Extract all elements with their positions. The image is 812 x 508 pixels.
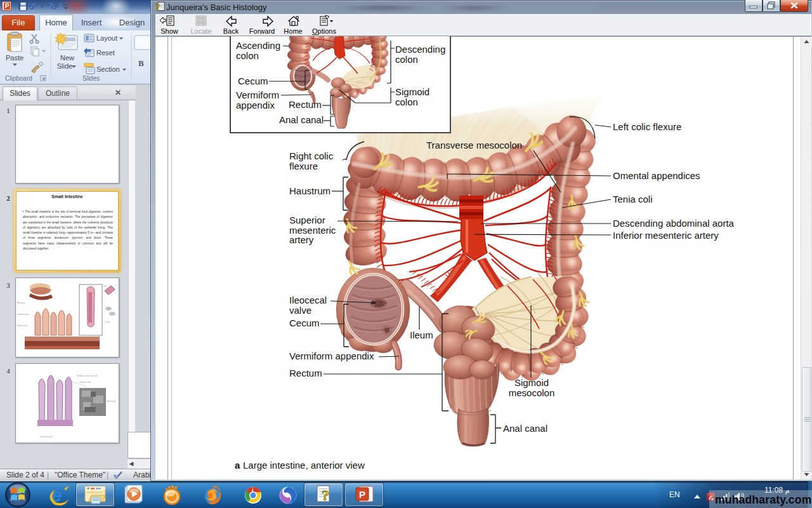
svg-text:colon: colon bbox=[395, 54, 418, 65]
svg-text:Haustrum: Haustrum bbox=[289, 185, 331, 196]
svg-text:mesenteric: mesenteric bbox=[289, 225, 336, 236]
svg-text:appendix: appendix bbox=[236, 100, 275, 110]
svg-text:Descending abdominal aorta: Descending abdominal aorta bbox=[613, 218, 735, 229]
svg-text:Clipboard: Clipboard bbox=[5, 75, 32, 82]
svg-text:artery: artery bbox=[289, 234, 314, 245]
svg-text:Goblet cells: Goblet cells bbox=[79, 381, 91, 384]
svg-text:?: ? bbox=[322, 487, 329, 504]
svg-text:Reset: Reset bbox=[96, 49, 115, 57]
svg-text:Crypt: Crypt bbox=[105, 321, 110, 323]
svg-text:Sigmoid: Sigmoid bbox=[395, 86, 429, 97]
svg-text:Paste: Paste bbox=[6, 54, 23, 62]
svg-text:Layout: Layout bbox=[96, 34, 117, 42]
svg-text:Transverse mesocolon: Transverse mesocolon bbox=[426, 140, 522, 150]
svg-text:Large intestine, anterior view: Large intestine, anterior view bbox=[243, 460, 365, 471]
svg-text:Section: Section bbox=[96, 65, 120, 73]
svg-text:valve: valve bbox=[289, 305, 311, 316]
svg-text:Cecum: Cecum bbox=[238, 76, 268, 86]
svg-text:Anal canal: Anal canal bbox=[503, 423, 547, 434]
svg-text:Ileum: Ileum bbox=[410, 330, 433, 340]
svg-text:New: New bbox=[60, 54, 74, 62]
svg-text:Microvilli: Microvilli bbox=[107, 400, 116, 403]
svg-text:Villi: Villi bbox=[103, 285, 107, 288]
svg-text:Anal canal: Anal canal bbox=[279, 114, 324, 125]
svg-text:Simple columnar cell: Simple columnar cell bbox=[77, 375, 98, 377]
svg-text:Mucosa: Mucosa bbox=[17, 302, 25, 304]
svg-text:Vermiform: Vermiform bbox=[236, 90, 279, 100]
svg-text:P: P bbox=[359, 489, 365, 500]
svg-text:?: ? bbox=[155, 2, 160, 12]
svg-text:colon: colon bbox=[236, 50, 259, 61]
svg-text:Vermiform appendix: Vermiform appendix bbox=[289, 351, 374, 361]
svg-text:Omental appendices: Omental appendices bbox=[613, 170, 700, 181]
svg-text:mesocolon: mesocolon bbox=[509, 387, 555, 398]
svg-text:Submucosa: Submucosa bbox=[17, 313, 29, 316]
svg-text:Cecum: Cecum bbox=[289, 318, 320, 328]
svg-text:Slides: Slides bbox=[82, 75, 100, 82]
svg-text:Slide: Slide bbox=[57, 62, 72, 70]
svg-text:Intestinal villi: Intestinal villi bbox=[40, 436, 53, 438]
svg-text:Rectum: Rectum bbox=[289, 368, 322, 378]
svg-text:Left colic flexure: Left colic flexure bbox=[613, 121, 681, 132]
svg-text:a: a bbox=[235, 460, 240, 471]
svg-text:Superior: Superior bbox=[289, 215, 325, 225]
svg-text:Descending: Descending bbox=[395, 44, 445, 55]
svg-text:Rectum: Rectum bbox=[289, 99, 322, 110]
svg-text:Sigmoid: Sigmoid bbox=[514, 377, 549, 388]
svg-text:Right colic: Right colic bbox=[289, 150, 334, 161]
svg-text:B: B bbox=[138, 58, 144, 68]
svg-text:Ileocecal: Ileocecal bbox=[289, 295, 327, 305]
svg-text:flexure: flexure bbox=[289, 161, 318, 171]
svg-text:colon: colon bbox=[395, 97, 418, 107]
svg-text:Inferior mesenteric artery: Inferior mesenteric artery bbox=[613, 230, 719, 241]
svg-text:Ascending: Ascending bbox=[236, 40, 280, 51]
svg-text:Tenia coli: Tenia coli bbox=[613, 194, 653, 204]
svg-text:Muscularis: Muscularis bbox=[17, 324, 28, 327]
